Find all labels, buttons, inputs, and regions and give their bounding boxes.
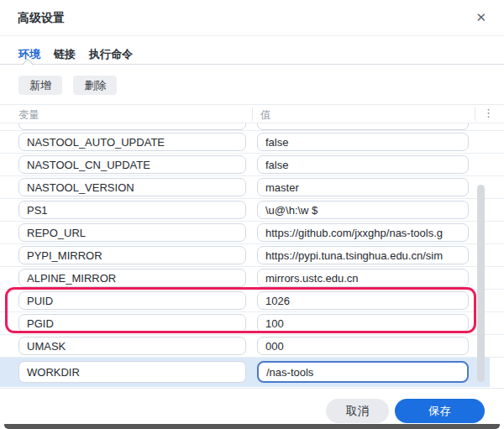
variable-value-input[interactable] [257, 178, 469, 196]
variable-value-input[interactable] [257, 201, 469, 219]
column-header-variable: 变量 [18, 108, 39, 123]
variable-name-input[interactable] [18, 178, 246, 196]
variable-name-input[interactable] [18, 223, 246, 242]
table-row [0, 199, 504, 222]
dialog-footer: 取消 保存 [0, 388, 504, 425]
variable-value-input[interactable] [257, 133, 469, 151]
cancel-button[interactable]: 取消 [326, 399, 389, 423]
column-header-value: 值 [260, 108, 271, 123]
tab-links[interactable]: 链接 [54, 47, 76, 62]
variable-name-input[interactable] [18, 155, 246, 174]
variable-value-input[interactable] [257, 123, 469, 130]
table-header: 变量 值 ⋮ [0, 104, 504, 123]
vertical-scrollbar-thumb[interactable] [477, 185, 485, 382]
dialog-title: 高级设置 [18, 11, 65, 26]
variable-value-input[interactable] [257, 246, 469, 264]
table-row [0, 312, 504, 335]
table-toolbar: 新增 删除 [18, 76, 124, 96]
env-table-body [0, 123, 504, 387]
variable-value-input[interactable] [257, 269, 469, 287]
add-button[interactable]: 新增 [18, 76, 62, 95]
variable-value-input[interactable] [257, 291, 469, 310]
delete-button[interactable]: 删除 [73, 76, 117, 95]
tab-divider [0, 64, 504, 65]
table-row [0, 176, 504, 199]
variable-value-input[interactable] [257, 337, 469, 355]
variable-value-input[interactable] [257, 361, 469, 383]
variable-name-input[interactable] [18, 246, 246, 264]
table-row [0, 131, 504, 154]
table-row [0, 123, 504, 131]
column-menu-icon[interactable]: ⋮ [478, 106, 499, 120]
variable-name-input[interactable] [18, 291, 246, 310]
table-row [0, 267, 504, 290]
variable-name-input[interactable] [18, 361, 246, 383]
tab-bar: 环境 链接 执行命令 [0, 36, 504, 65]
close-icon[interactable]: ✕ [472, 8, 490, 27]
variable-name-input[interactable] [18, 314, 246, 332]
variable-value-input[interactable] [257, 223, 469, 242]
window-bottom-edge [4, 424, 500, 429]
tab-execute-command[interactable]: 执行命令 [89, 47, 133, 62]
variable-name-input[interactable] [18, 133, 246, 151]
dialog-titlebar: 高级设置 ✕ [0, 0, 504, 36]
variable-value-input[interactable] [257, 314, 469, 332]
header-menu-divider [475, 107, 475, 121]
header-column-divider [252, 107, 253, 121]
table-row [0, 335, 504, 358]
variable-name-input[interactable] [18, 337, 246, 355]
variable-value-input[interactable] [257, 155, 469, 174]
table-row [0, 154, 504, 176]
table-row [0, 222, 504, 244]
table-row [0, 244, 504, 267]
variable-name-input[interactable] [18, 269, 246, 287]
advanced-settings-dialog: 高级设置 ✕ 环境 链接 执行命令 新增 删除 变量 值 ⋮ [0, 0, 504, 429]
variable-name-input[interactable] [18, 201, 246, 219]
save-button[interactable]: 保存 [395, 399, 485, 423]
table-row [0, 358, 504, 387]
variable-name-input[interactable] [18, 123, 246, 130]
table-row [0, 290, 504, 312]
